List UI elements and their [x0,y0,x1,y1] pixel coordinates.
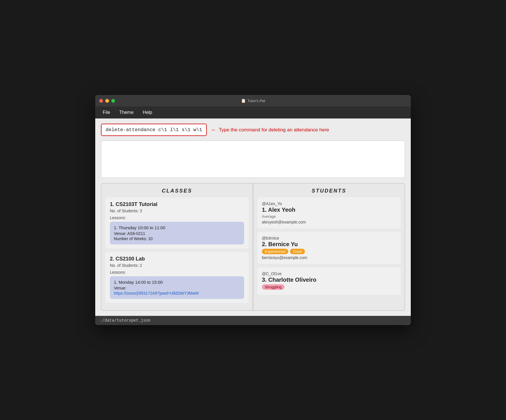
arrow-icon: ← [211,127,217,133]
lesson-1-1-time: 1. Thursday 10:00 to 11:00 [114,225,240,230]
maximize-button[interactable] [111,99,115,103]
class-2-title: 2. CS2100 Lab [110,256,244,262]
class-2-lessons-label: Lessons: [110,270,244,275]
classes-panel-body[interactable]: 1. CS2103T Tutorial No. of Students: 3 L… [101,197,253,310]
class-2-students: No. of Students: 2 [110,263,244,268]
menu-bar: File Theme Help [95,106,411,118]
student-2-name: 2. Bernice Yu [262,241,396,248]
app-title-text: Tutor's Pet [248,99,265,103]
student-card-3: @C_Ol1ve 3. Charlotte Oliveiro Strugglin… [257,267,401,295]
main-content: delete-attendance c\1 l\1 s\1 w\1 ← Type… [95,118,411,316]
close-button[interactable] [99,99,103,103]
student-3-handle: @C_Ol1ve [262,271,396,276]
app-icon: 📋 [241,98,246,103]
command-hint-text: Type the command for deleting an attenda… [219,127,329,133]
classes-panel-header: CLASSES [101,183,253,197]
class-1-title: 1. CS2103T Tutorial [110,201,244,207]
command-input[interactable]: delete-attendance c\1 l\1 s\1 w\1 [101,124,207,136]
lesson-2-1-venue-url: https://zoom/j/95317249?)pwd=Ulld2tWY3Mw… [114,291,240,295]
tag-struggling: Struggling [262,284,285,290]
lesson-card-2-1: 1. Monday 14:00 to 15:00 Venue: https://… [110,276,244,299]
student-1-handle: @A1ex_Yo [262,201,396,206]
app-window: 📋 Tutor's Pet File Theme Help delete-att… [95,95,411,325]
lesson-1-1-venue: Venue: AS6-0211 [114,231,240,236]
lesson-2-1-time: 1. Monday 14:00 to 15:00 [114,280,240,285]
student-1-rating: Average [262,214,396,219]
class-1-lessons-label: Lessons: [110,215,244,220]
student-card-2: @b3rnice 2. Bernice Yu Experienced Good … [257,232,401,264]
minimize-button[interactable] [105,99,109,103]
students-panel-body[interactable]: @A1ex_Yo 1. Alex Yeoh Average alexyeoh@e… [253,197,405,302]
student-1-name: 1. Alex Yeoh [262,207,396,213]
panels-row: CLASSES 1. CS2103T Tutorial No. of Stude… [101,183,405,311]
student-1-email: alexyeoh@example.com [262,220,396,224]
lesson-2-1-venue: Venue: [114,286,240,290]
student-card-1: @A1ex_Yo 1. Alex Yeoh Average alexyeoh@e… [257,197,401,228]
student-2-handle: @b3rnice [262,236,396,240]
student-3-name: 3. Charlotte Oliveiro [262,277,396,283]
classes-panel: CLASSES 1. CS2103T Tutorial No. of Stude… [101,183,253,310]
lesson-1-1-weeks: Number of Weeks: 10 [114,236,240,241]
students-panel-header: STUDENTS [253,183,405,197]
status-bar: ./data/tutorspet.json [95,316,411,325]
menu-theme[interactable]: Theme [115,108,138,117]
output-box [101,141,405,178]
tag-good: Good [290,249,305,254]
class-1-students: No. of Students: 3 [110,209,244,213]
student-2-email: berniceyu@example.com [262,255,396,260]
student-3-tags: Struggling [262,284,396,290]
command-hint-row: ← Type the command for deleting an atten… [211,127,329,133]
student-2-tags: Experienced Good [262,249,396,254]
class-card-2: 2. CS2100 Lab No. of Students: 2 Lessons… [105,252,249,303]
menu-help[interactable]: Help [139,108,156,117]
lesson-card-1-1: 1. Thursday 10:00 to 11:00 Venue: AS6-02… [110,222,244,244]
menu-file[interactable]: File [99,108,114,117]
tag-experienced: Experienced [262,249,288,254]
command-row: delete-attendance c\1 l\1 s\1 w\1 ← Type… [101,124,405,136]
traffic-lights [99,99,115,103]
title-bar: 📋 Tutor's Pet [95,95,411,106]
status-text: ./data/tutorspet.json [100,318,150,323]
class-card-1: 1. CS2103T Tutorial No. of Students: 3 L… [105,197,249,248]
students-panel: STUDENTS @A1ex_Yo 1. Alex Yeoh Average a… [253,183,405,310]
window-title: 📋 Tutor's Pet [241,98,265,103]
